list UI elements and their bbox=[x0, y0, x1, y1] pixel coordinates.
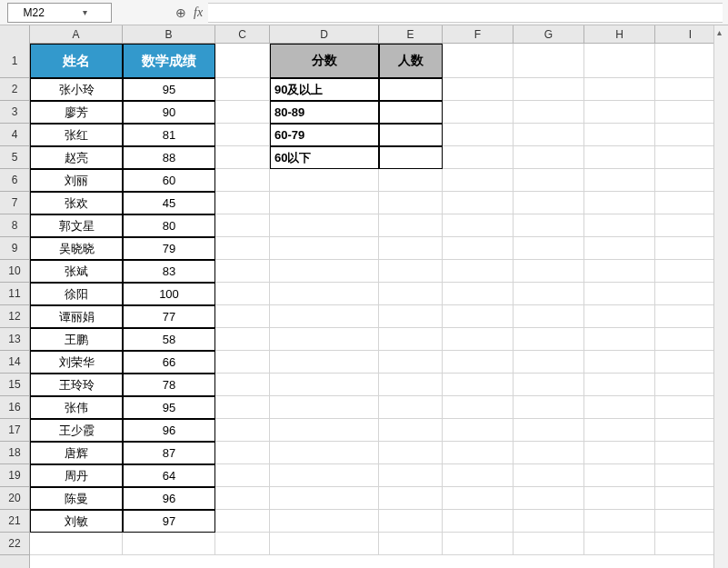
cell-F20[interactable] bbox=[443, 487, 514, 510]
cell-H6[interactable] bbox=[584, 169, 655, 192]
cell-D2[interactable]: 90及以上 bbox=[270, 78, 379, 101]
row-header-6[interactable]: 6 bbox=[0, 169, 29, 192]
cell-A18[interactable]: 唐辉 bbox=[30, 442, 123, 464]
cell-E1[interactable]: 人数 bbox=[379, 44, 443, 78]
cell-F21[interactable] bbox=[443, 510, 514, 533]
row-header-15[interactable]: 15 bbox=[0, 374, 29, 396]
cell-A19[interactable]: 周丹 bbox=[30, 464, 123, 487]
cell-B19[interactable]: 64 bbox=[123, 464, 215, 487]
name-box[interactable]: M22 ▾ bbox=[7, 3, 112, 23]
row-header-5[interactable]: 5 bbox=[0, 146, 29, 169]
cell-B17[interactable]: 96 bbox=[123, 419, 215, 442]
cell-B2[interactable]: 95 bbox=[123, 78, 215, 101]
cell-G1[interactable] bbox=[514, 44, 584, 78]
cell-E13[interactable] bbox=[379, 328, 443, 351]
cell-E14[interactable] bbox=[379, 351, 443, 374]
cell-H13[interactable] bbox=[584, 328, 655, 351]
cell-G18[interactable] bbox=[514, 442, 584, 464]
cell-A17[interactable]: 王少霞 bbox=[30, 419, 123, 442]
cell-B12[interactable]: 77 bbox=[123, 305, 215, 328]
cell-G7[interactable] bbox=[514, 192, 584, 214]
cell-C16[interactable] bbox=[215, 396, 270, 419]
cell-G15[interactable] bbox=[514, 374, 584, 396]
cell-D12[interactable] bbox=[270, 305, 379, 328]
cell-D20[interactable] bbox=[270, 487, 379, 510]
row-header-11[interactable]: 11 bbox=[0, 283, 29, 305]
row-header-7[interactable]: 7 bbox=[0, 192, 29, 214]
cell-D9[interactable] bbox=[270, 237, 379, 260]
cell-H14[interactable] bbox=[584, 351, 655, 374]
col-header-F[interactable]: F bbox=[443, 25, 514, 43]
cell-D7[interactable] bbox=[270, 192, 379, 214]
cell-H10[interactable] bbox=[584, 260, 655, 283]
row-header-14[interactable]: 14 bbox=[0, 351, 29, 374]
row-header-8[interactable]: 8 bbox=[0, 214, 29, 237]
cell-B8[interactable]: 80 bbox=[123, 214, 215, 237]
cell-F8[interactable] bbox=[443, 214, 514, 237]
cell-H2[interactable] bbox=[584, 78, 655, 101]
cell-E6[interactable] bbox=[379, 169, 443, 192]
cell-B20[interactable]: 96 bbox=[123, 487, 215, 510]
cell-C18[interactable] bbox=[215, 442, 270, 464]
col-header-C[interactable]: C bbox=[215, 25, 270, 43]
cell-E18[interactable] bbox=[379, 442, 443, 464]
cell-H15[interactable] bbox=[584, 374, 655, 396]
cell-C20[interactable] bbox=[215, 487, 270, 510]
cell-H4[interactable] bbox=[584, 124, 655, 146]
cell-B9[interactable]: 79 bbox=[123, 237, 215, 260]
cell-D8[interactable] bbox=[270, 214, 379, 237]
cell-B4[interactable]: 81 bbox=[123, 124, 215, 146]
cell-G12[interactable] bbox=[514, 305, 584, 328]
cell-C13[interactable] bbox=[215, 328, 270, 351]
cell-G5[interactable] bbox=[514, 146, 584, 169]
cell-D22[interactable] bbox=[270, 533, 379, 555]
cell-B1[interactable]: 数学成绩 bbox=[123, 44, 215, 78]
cell-F2[interactable] bbox=[443, 78, 514, 101]
name-box-dropdown-icon[interactable]: ▾ bbox=[60, 7, 112, 17]
cell-F10[interactable] bbox=[443, 260, 514, 283]
row-header-21[interactable]: 21 bbox=[0, 510, 29, 533]
cell-G19[interactable] bbox=[514, 464, 584, 487]
cell-A20[interactable]: 陈曼 bbox=[30, 487, 123, 510]
cells-area[interactable]: 姓名数学成绩分数人数张小玲9590及以上廖芳9080-89张红8160-79赵亮… bbox=[30, 44, 728, 568]
cell-C10[interactable] bbox=[215, 260, 270, 283]
cell-D1[interactable]: 分数 bbox=[270, 44, 379, 78]
col-header-G[interactable]: G bbox=[514, 25, 584, 43]
cell-D5[interactable]: 60以下 bbox=[270, 146, 379, 169]
cell-G16[interactable] bbox=[514, 396, 584, 419]
cell-C3[interactable] bbox=[215, 101, 270, 124]
cell-F3[interactable] bbox=[443, 101, 514, 124]
cell-H16[interactable] bbox=[584, 396, 655, 419]
row-header-9[interactable]: 9 bbox=[0, 237, 29, 260]
cell-F15[interactable] bbox=[443, 374, 514, 396]
cell-E21[interactable] bbox=[379, 510, 443, 533]
cell-A14[interactable]: 刘荣华 bbox=[30, 351, 123, 374]
cell-H1[interactable] bbox=[584, 44, 655, 78]
cell-E4[interactable] bbox=[379, 124, 443, 146]
cell-D3[interactable]: 80-89 bbox=[270, 101, 379, 124]
cell-D19[interactable] bbox=[270, 464, 379, 487]
cell-E16[interactable] bbox=[379, 396, 443, 419]
cell-A10[interactable]: 张斌 bbox=[30, 260, 123, 283]
cell-H9[interactable] bbox=[584, 237, 655, 260]
cell-B13[interactable]: 58 bbox=[123, 328, 215, 351]
cell-E15[interactable] bbox=[379, 374, 443, 396]
cell-H22[interactable] bbox=[584, 533, 655, 555]
cell-C7[interactable] bbox=[215, 192, 270, 214]
cell-E3[interactable] bbox=[379, 101, 443, 124]
cell-A4[interactable]: 张红 bbox=[30, 124, 123, 146]
cell-A21[interactable]: 刘敏 bbox=[30, 510, 123, 533]
cell-B10[interactable]: 83 bbox=[123, 260, 215, 283]
cell-G3[interactable] bbox=[514, 101, 584, 124]
cell-B15[interactable]: 78 bbox=[123, 374, 215, 396]
cell-C8[interactable] bbox=[215, 214, 270, 237]
cell-C17[interactable] bbox=[215, 419, 270, 442]
cell-E19[interactable] bbox=[379, 464, 443, 487]
cell-A3[interactable]: 廖芳 bbox=[30, 101, 123, 124]
cell-F4[interactable] bbox=[443, 124, 514, 146]
cell-B6[interactable]: 60 bbox=[123, 169, 215, 192]
cell-E20[interactable] bbox=[379, 487, 443, 510]
row-header-20[interactable]: 20 bbox=[0, 487, 29, 510]
cell-E12[interactable] bbox=[379, 305, 443, 328]
cell-H7[interactable] bbox=[584, 192, 655, 214]
